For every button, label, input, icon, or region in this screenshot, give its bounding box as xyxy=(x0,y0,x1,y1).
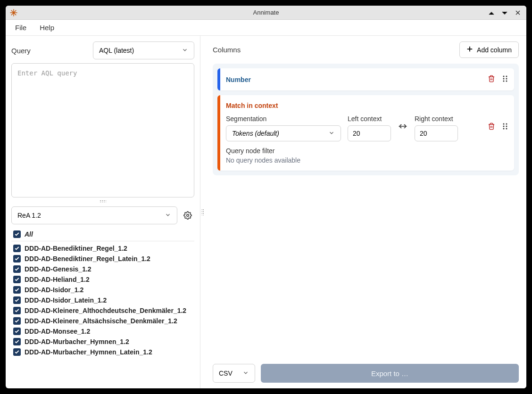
query-language-value: AQL (latest) xyxy=(99,47,134,54)
corpus-row[interactable]: DDD-AD-Isidor_1.2 xyxy=(11,285,194,295)
menu-help[interactable]: Help xyxy=(34,21,60,34)
app-icon xyxy=(9,8,18,17)
checkbox[interactable] xyxy=(13,328,21,335)
corpus-label: DDD-AD-Murbacher_Hymnen_1.2 xyxy=(25,338,129,345)
titlebar: Annimate xyxy=(6,6,526,20)
corpus-row[interactable]: DDD-AD-Murbacher_Hymnen_1.2 xyxy=(11,337,194,347)
plus-icon xyxy=(466,46,473,54)
corpus-row[interactable]: DDD-AD-Kleinere_Altsächsische_Denkmäler_… xyxy=(11,316,194,326)
svg-point-10 xyxy=(506,125,507,127)
svg-point-9 xyxy=(503,125,505,127)
corpus-label: DDD-AD-Isidor_1.2 xyxy=(25,286,83,294)
delete-button[interactable] xyxy=(488,75,495,84)
left-panel: Query AQL (latest) ReA 1.2 xyxy=(6,36,200,388)
segmentation-select[interactable]: Tokens (default) xyxy=(226,125,341,141)
corpus-set-select[interactable]: ReA 1.2 xyxy=(11,206,177,224)
menu-file[interactable]: File xyxy=(9,21,32,34)
corpus-label: DDD-AD-Benediktiner_Regel_1.2 xyxy=(25,245,127,252)
left-context-label: Left context xyxy=(348,115,391,123)
column-card-context: Match in context Segmentation Tokens (de… xyxy=(217,95,514,171)
svg-point-11 xyxy=(503,128,505,129)
corpus-row[interactable]: DDD-AD-Monsee_1.2 xyxy=(11,326,194,337)
corpus-label: DDD-AD-Isidor_Latein_1.2 xyxy=(25,296,107,304)
right-panel: Columns Add column Number xyxy=(205,36,526,388)
corpus-row[interactable]: DDD-AD-Benediktiner_Regel_Latein_1.2 xyxy=(11,254,194,264)
segmentation-label: Segmentation xyxy=(226,115,341,123)
corpus-row[interactable]: DDD-AD-Isidor_Latein_1.2 xyxy=(11,295,194,305)
corpus-row[interactable]: DDD-AD-Heliand_1.2 xyxy=(11,274,194,285)
filter-empty-text: No query nodes available xyxy=(226,156,508,164)
corpus-label: DDD-AD-Murbacher_Hymnen_Latein_1.2 xyxy=(25,348,152,356)
query-language-select[interactable]: AQL (latest) xyxy=(93,41,194,59)
chevron-down-icon xyxy=(182,47,188,55)
checkbox[interactable] xyxy=(13,338,21,345)
corpus-row[interactable]: DDD-AD-Benediktiner_Regel_1.2 xyxy=(11,243,194,254)
query-input[interactable] xyxy=(11,63,194,197)
corpus-row[interactable]: DDD-AD-Kleinere_Althochdeutsche_Denkmäle… xyxy=(11,305,194,316)
corpus-list: AllDDD-AD-Benediktiner_Regel_1.2DDD-AD-B… xyxy=(11,229,194,388)
maximize-button[interactable] xyxy=(500,8,509,17)
checkbox[interactable] xyxy=(13,230,21,238)
corpus-label: DDD-AD-Heliand_1.2 xyxy=(25,276,90,283)
drag-handle[interactable] xyxy=(502,123,508,131)
corpus-row[interactable]: DDD-AD-Genesis_1.2 xyxy=(11,264,194,274)
checkbox[interactable] xyxy=(13,265,21,273)
checkbox[interactable] xyxy=(13,296,21,304)
svg-point-1 xyxy=(503,76,505,77)
svg-point-3 xyxy=(503,78,505,80)
add-column-button[interactable]: Add column xyxy=(459,41,519,58)
svg-point-8 xyxy=(506,123,507,124)
corpus-label: DDD-AD-Kleinere_Althochdeutsche_Denkmäle… xyxy=(25,307,186,314)
checkbox[interactable] xyxy=(13,307,21,314)
corpus-label: DDD-AD-Monsee_1.2 xyxy=(25,328,90,335)
svg-point-4 xyxy=(506,78,507,80)
corpus-label: DDD-AD-Genesis_1.2 xyxy=(25,265,91,273)
chevron-down-icon xyxy=(242,369,249,378)
query-label: Query xyxy=(11,47,31,55)
corpus-label: DDD-AD-Benediktiner_Regel_Latein_1.2 xyxy=(25,255,150,263)
checkbox[interactable] xyxy=(13,286,21,294)
right-context-label: Right context xyxy=(415,115,458,123)
svg-point-0 xyxy=(187,214,189,217)
delete-button[interactable] xyxy=(488,123,495,131)
horizontal-splitter[interactable] xyxy=(6,199,200,204)
minimize-button[interactable] xyxy=(487,8,496,17)
columns-label: Columns xyxy=(213,46,241,54)
left-context-input[interactable] xyxy=(348,125,391,141)
corpus-row-all[interactable]: All xyxy=(11,229,194,241)
chevron-down-icon xyxy=(165,212,171,220)
right-context-input[interactable] xyxy=(415,125,458,141)
settings-button[interactable] xyxy=(181,209,194,222)
svg-point-7 xyxy=(503,123,505,124)
filter-label: Query node filter xyxy=(226,147,508,155)
export-button[interactable]: Export to … xyxy=(261,364,519,383)
svg-point-6 xyxy=(506,81,507,82)
link-icon[interactable] xyxy=(398,123,408,131)
export-format-select[interactable]: CSV xyxy=(213,364,255,383)
svg-point-12 xyxy=(506,128,507,129)
svg-point-5 xyxy=(503,81,505,82)
svg-point-2 xyxy=(506,76,507,77)
corpus-label: All xyxy=(25,230,33,238)
checkbox[interactable] xyxy=(13,317,21,325)
drag-handle[interactable] xyxy=(502,75,508,84)
add-column-label: Add column xyxy=(477,46,512,54)
corpus-label: DDD-AD-Kleinere_Altsächsische_Denkmäler_… xyxy=(25,317,177,325)
card-title: Number xyxy=(226,76,251,83)
column-card-number: Number xyxy=(217,68,514,90)
checkbox[interactable] xyxy=(13,276,21,283)
close-button[interactable] xyxy=(513,8,523,17)
checkbox[interactable] xyxy=(13,255,21,263)
chevron-down-icon xyxy=(328,130,335,138)
checkbox[interactable] xyxy=(13,245,21,252)
vertical-splitter[interactable] xyxy=(200,36,205,388)
corpus-set-value: ReA 1.2 xyxy=(17,212,41,219)
menubar: File Help xyxy=(6,20,526,36)
window-title: Annimate xyxy=(253,9,279,16)
corpus-row[interactable]: DDD-AD-Murbacher_Hymnen_Latein_1.2 xyxy=(11,347,194,357)
checkbox[interactable] xyxy=(13,348,21,356)
card-title: Match in context xyxy=(226,102,278,109)
